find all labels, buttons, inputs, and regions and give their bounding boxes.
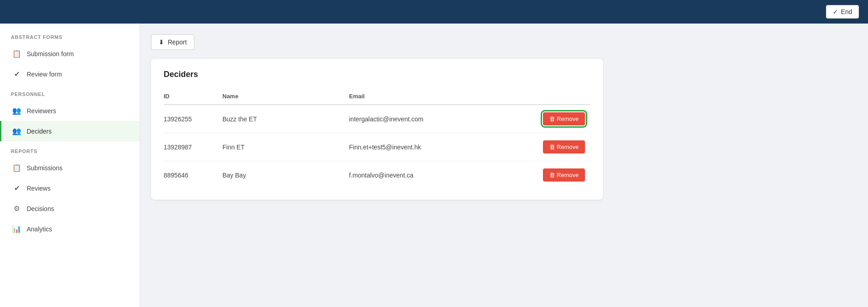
check-icon: ✓ xyxy=(833,8,838,15)
deciders-icon: 👥 xyxy=(12,127,21,135)
sidebar-item-analytics[interactable]: 📊 Analytics xyxy=(0,219,140,239)
col-header-id: ID xyxy=(164,88,222,105)
end-button[interactable]: ✓ End xyxy=(826,5,859,19)
submission-form-label: Submission form xyxy=(27,50,74,58)
end-label: End xyxy=(841,8,852,15)
remove-button[interactable]: 🗑 Remove xyxy=(543,112,585,125)
cell-email: f.montalvo@inevent.ca xyxy=(349,161,532,189)
content-area: ⬇ Report Deciders ID Name Email 13926255… xyxy=(140,24,868,307)
cell-id: 13928987 xyxy=(164,133,222,161)
cell-action: 🗑 Remove xyxy=(532,105,590,133)
col-header-action xyxy=(532,88,590,105)
sidebar-item-review-form[interactable]: ✔ Review form xyxy=(0,64,140,84)
remove-button[interactable]: 🗑 Remove xyxy=(543,140,585,154)
sidebar-item-submission-form[interactable]: 📋 Submission form xyxy=(0,43,140,64)
decisions-icon: ⚙ xyxy=(12,204,21,213)
sidebar-item-reviewers[interactable]: 👥 Reviewers xyxy=(0,101,140,121)
cell-action: 🗑 Remove xyxy=(532,133,590,161)
analytics-icon: 📊 xyxy=(12,225,21,233)
cell-email: Finn.et+test5@inevent.hk xyxy=(349,133,532,161)
col-header-email: Email xyxy=(349,88,532,105)
table-row: 13928987Finn ETFinn.et+test5@inevent.hk🗑… xyxy=(164,133,590,161)
col-header-name: Name xyxy=(222,88,349,105)
review-form-label: Review form xyxy=(27,71,62,78)
check-clipboard-icon: ✔ xyxy=(12,70,21,78)
remove-button[interactable]: 🗑 Remove xyxy=(543,168,585,182)
abstract-forms-section-label: ABSTRACT FORMS xyxy=(0,27,140,43)
reviewers-label: Reviewers xyxy=(27,107,56,115)
cell-email: intergalactic@inevent.com xyxy=(349,105,532,133)
personnel-section-label: PERSONNEL xyxy=(0,84,140,101)
cell-name: Buzz the ET xyxy=(222,105,349,133)
download-icon: ⬇ xyxy=(159,38,164,46)
deciders-card: Deciders ID Name Email 13926255Buzz the … xyxy=(151,59,603,200)
card-title: Deciders xyxy=(164,70,590,79)
reports-section-label: REPORTS xyxy=(0,141,140,158)
cell-id: 8895646 xyxy=(164,161,222,189)
sidebar-item-reviews[interactable]: ✔ Reviews xyxy=(0,178,140,198)
reviews-icon: ✔ xyxy=(12,184,21,192)
cell-name: Bay Bay xyxy=(222,161,349,189)
top-bar: ✓ End xyxy=(0,0,868,24)
cell-name: Finn ET xyxy=(222,133,349,161)
submissions-icon: 📋 xyxy=(12,163,21,172)
sidebar: ABSTRACT FORMS 📋 Submission form ✔ Revie… xyxy=(0,24,140,307)
cell-id: 13926255 xyxy=(164,105,222,133)
sidebar-item-decisions[interactable]: ⚙ Decisions xyxy=(0,198,140,219)
toolbar: ⬇ Report xyxy=(151,34,857,50)
submissions-label: Submissions xyxy=(27,164,62,172)
deciders-label: Deciders xyxy=(27,128,52,135)
main-layout: ABSTRACT FORMS 📋 Submission form ✔ Revie… xyxy=(0,24,868,307)
sidebar-item-deciders[interactable]: 👥 Deciders xyxy=(0,121,140,141)
report-button[interactable]: ⬇ Report xyxy=(151,34,194,50)
report-label: Report xyxy=(168,38,187,46)
deciders-table: ID Name Email 13926255Buzz the ETinterga… xyxy=(164,88,590,189)
analytics-label: Analytics xyxy=(27,225,52,233)
sidebar-item-submissions[interactable]: 📋 Submissions xyxy=(0,158,140,178)
table-row: 13926255Buzz the ETintergalactic@inevent… xyxy=(164,105,590,133)
table-row: 8895646Bay Bayf.montalvo@inevent.ca🗑 Rem… xyxy=(164,161,590,189)
cell-action: 🗑 Remove xyxy=(532,161,590,189)
clipboard-icon: 📋 xyxy=(12,49,21,58)
reviewers-icon: 👥 xyxy=(12,106,21,115)
decisions-label: Decisions xyxy=(27,205,54,212)
reviews-label: Reviews xyxy=(27,185,51,192)
